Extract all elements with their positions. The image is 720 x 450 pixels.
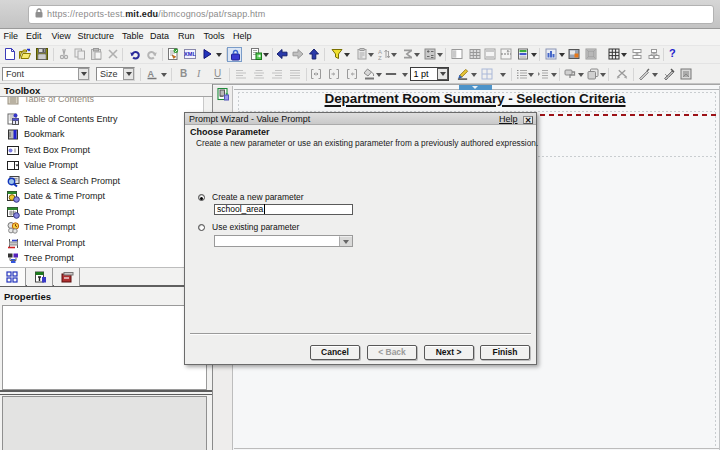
svg-text:XML: XML: [184, 51, 196, 57]
svg-text:A: A: [148, 69, 155, 79]
svg-text:Z: Z: [378, 55, 382, 61]
